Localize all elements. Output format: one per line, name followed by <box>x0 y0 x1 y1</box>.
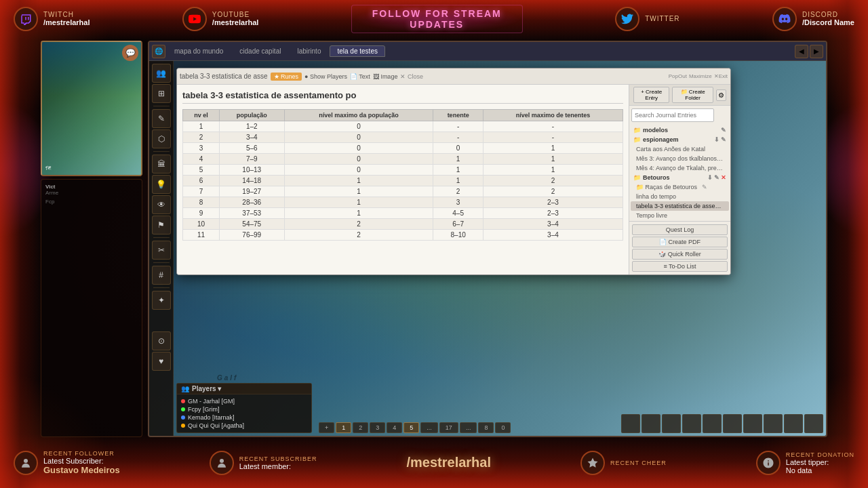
image-btn[interactable]: 🖼 Image <box>373 73 398 80</box>
players-title[interactable]: Players ▾ <box>192 385 221 392</box>
maximize-btn[interactable]: Maximize <box>689 73 712 79</box>
macro-slot-10[interactable] <box>804 414 823 433</box>
entry-linha-do-tempo[interactable]: linha do tempo <box>631 192 729 201</box>
scene-tab-17[interactable]: 17 <box>439 422 458 433</box>
quick-roller-btn[interactable]: 🎲 Quick Roller <box>632 249 728 260</box>
scene-tab-3[interactable]: 3 <box>370 422 385 433</box>
entry-tempo-livre[interactable]: Tempo livre <box>631 211 729 220</box>
scene-icon[interactable]: 🌐 <box>152 45 165 58</box>
entry-mes3[interactable]: Mês 3: Avanço dos tkalblanos e ao no... <box>631 154 729 163</box>
create-entry-btn[interactable]: + Create Entry <box>633 87 669 103</box>
macro-slot-9[interactable] <box>784 414 803 433</box>
folder-espionagem[interactable]: 📁 espionagem ⬇ ✎ <box>631 135 729 144</box>
discord-social: DISCORD /Discord Name <box>772 7 854 31</box>
top-bar: TWITCH /mestrelarhal YOUTUBE /mestrelarh… <box>0 0 868 37</box>
text-btn[interactable]: 📄 Text <box>350 73 370 80</box>
folder-betouros[interactable]: 📁 Betouros ⬇ ✎ ✕ <box>631 173 729 182</box>
tab-cidade-capital[interactable]: cidade capital <box>232 45 288 57</box>
scene-tab-5[interactable]: 5 <box>403 422 419 433</box>
toolbar-select[interactable]: 👥 <box>152 64 171 83</box>
nav-back[interactable]: ◀ <box>795 45 808 58</box>
espionagem-edit-icon[interactable]: ✎ <box>721 136 726 143</box>
toolbar-heart[interactable]: ♥ <box>152 352 171 371</box>
entry-racas-betouros[interactable]: 📁 Raças de Betouros ✎ <box>631 182 729 192</box>
discord-text: DISCORD /Discord Name <box>802 11 854 26</box>
discord-icon <box>772 7 797 31</box>
betouros-icon1[interactable]: ⬇ <box>707 174 713 181</box>
todo-list-btn[interactable]: ≡ To-Do List <box>632 261 728 272</box>
config-btn[interactable]: ⚙ <box>716 89 726 101</box>
close-btn[interactable]: ✕ Close <box>400 73 423 80</box>
betouros-icon2[interactable]: ✎ <box>714 174 719 181</box>
modelos-edit-icon[interactable]: ✎ <box>721 127 726 134</box>
show-players-btn[interactable]: ● Show Players <box>304 73 347 80</box>
player-name-kemado: Kemado [Itarnak] <box>188 414 235 421</box>
toolbar-grid[interactable]: ⊞ <box>152 84 171 103</box>
racas-edit[interactable]: ✎ <box>702 184 707 190</box>
toolbar-divider-1 <box>153 106 170 106</box>
macro-slot-5[interactable] <box>703 414 722 433</box>
entry-mes4[interactable]: Mês 4: Avanço de Tkalah, preparativos... <box>631 163 729 173</box>
toolbar-tiles[interactable]: 🏛 <box>152 155 171 174</box>
tab-mapa-mundo[interactable]: mapa do mundo <box>167 45 231 57</box>
cell-tenente: 1 <box>433 165 484 176</box>
map-label-galt: Galf <box>217 374 238 382</box>
toolbar-fx[interactable]: ✦ <box>152 291 171 310</box>
scene-tab-8[interactable]: 8 <box>478 422 494 433</box>
espionagem-import-icon[interactable]: ⬇ <box>714 136 719 143</box>
popout-btn[interactable]: PopOut <box>669 73 687 79</box>
entry-tabela[interactable]: tabela 3-3 estatistica de assentament... <box>631 201 729 211</box>
toolbar-draw[interactable]: ✎ <box>152 109 171 128</box>
cell-nivel-max-pop: 0 <box>284 165 433 176</box>
cell-nv: 5 <box>183 165 220 176</box>
tab-labirinto[interactable]: labirinto <box>290 45 328 57</box>
entry-carta-anoes[interactable]: Carta aos Anões de Katal <box>631 144 729 154</box>
scene-add-btn[interactable]: + <box>319 422 334 433</box>
scene-tab-1[interactable]: 1 <box>336 422 351 433</box>
map-area[interactable]: Inured Kingdom armaik Galf Kalbs 👥 ⊞ ✎ ⬡… <box>149 61 826 436</box>
macro-slot-4[interactable] <box>682 414 701 433</box>
macro-slot-2[interactable] <box>642 414 660 433</box>
exit-btn[interactable]: ✕Exit <box>714 73 728 79</box>
table-row: 2 3–4 0 - - <box>183 132 623 143</box>
table-row: 3 5–6 0 0 1 <box>183 143 623 154</box>
scene-tab-2[interactable]: 2 <box>353 422 368 433</box>
macro-slot-3[interactable] <box>662 414 681 433</box>
runes-tag[interactable]: ★ Runes <box>271 73 302 81</box>
quest-log-btn[interactable]: Quest Log <box>632 224 728 235</box>
create-folder-btn[interactable]: 📁 Create Folder <box>672 87 713 103</box>
cell-nv: 8 <box>183 197 220 208</box>
macro-slot-6[interactable] <box>723 414 742 433</box>
toolbar-extra[interactable]: ⊙ <box>152 331 171 350</box>
toolbar-sounds[interactable]: 👁 <box>152 195 171 214</box>
macro-slot-1[interactable] <box>621 414 640 433</box>
macro-slot-7[interactable] <box>743 414 762 433</box>
tab-tela-testes[interactable]: tela de testes <box>330 45 384 57</box>
toolbar-walls[interactable]: ✂ <box>152 241 171 260</box>
journal-body: tabela 3-3 estatistica de assentamento p… <box>177 85 730 274</box>
toolbar-notes[interactable]: ⚑ <box>152 216 171 235</box>
scene-tab-0[interactable]: 0 <box>495 422 511 433</box>
cell-nv: 2 <box>183 132 220 143</box>
table-row: 10 54–75 2 6–7 3–4 <box>183 219 623 230</box>
betouros-icon3[interactable]: ✕ <box>721 174 726 181</box>
cell-nivel-max-pop: 1 <box>284 186 433 197</box>
table-row: 9 37–53 1 4–5 2–3 <box>183 208 623 219</box>
create-pdf-btn[interactable]: 📄 Create PDF <box>632 237 728 247</box>
folder-modelos[interactable]: 📁 modelos ✎ <box>631 125 729 135</box>
cell-nivel-max-ten: 2 <box>483 186 623 197</box>
macro-slot-8[interactable] <box>764 414 783 433</box>
player-item-quiqui: Qui Qui Qui [Agatha] <box>180 422 309 430</box>
toolbar-template[interactable]: ⬡ <box>152 129 171 148</box>
minimap-overlay <box>42 42 141 175</box>
toolbar-lights[interactable]: 💡 <box>152 175 171 194</box>
youtube-label: YOUTUBE <box>212 11 258 18</box>
chat-icon[interactable]: 💬 <box>122 45 138 61</box>
cell-pop: 10–13 <box>219 165 284 176</box>
twitch-name: /mestrelarhal <box>43 18 90 26</box>
donation-label: RECENT DONATION <box>786 451 854 458</box>
toolbar-tokens[interactable]: # <box>152 266 171 285</box>
nav-forward[interactable]: ▶ <box>810 45 823 58</box>
scene-tab-4[interactable]: 4 <box>387 422 402 433</box>
journal-search-input[interactable] <box>631 108 714 122</box>
